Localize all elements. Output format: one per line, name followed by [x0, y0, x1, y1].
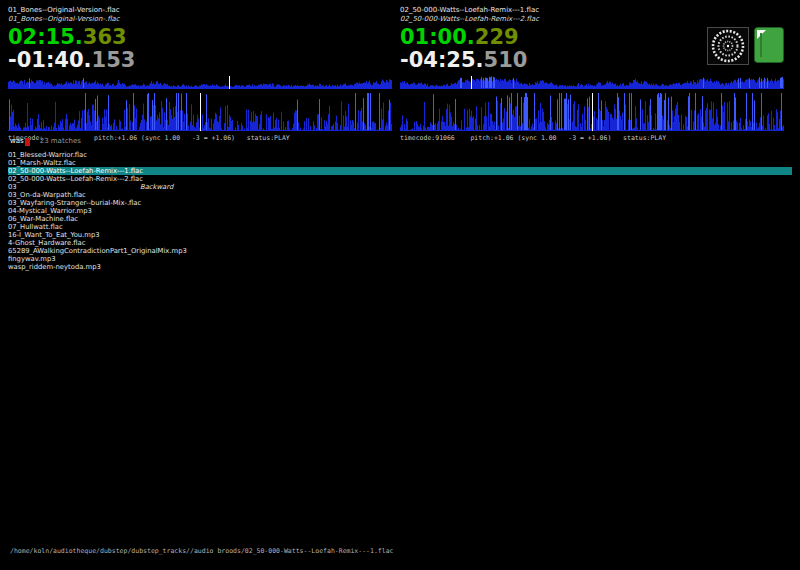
close-waveform: [400, 93, 784, 131]
list-item[interactable]: 16-I_Want_To_Eat_You.mp3: [8, 231, 792, 239]
search-input[interactable]: was: [10, 137, 24, 146]
track-filename: 01_Blessed-Warrior.flac: [8, 151, 140, 159]
elapsed-main: 01:00.: [400, 25, 475, 49]
status-bar-path: /home/koln/audiotheque/dubstep/dubstep_t…: [10, 547, 394, 555]
track-filename: 16-I_Want_To_Eat_You.mp3: [8, 231, 140, 239]
remain-main: -01:40.: [8, 48, 92, 72]
track-filename: 07_Hullwatt.flac: [8, 223, 140, 231]
elapsed-frac: 363: [83, 25, 127, 49]
track-overview-waveform[interactable]: [400, 76, 784, 89]
remain-frac: 510: [484, 48, 528, 72]
list-item[interactable]: 03Backward: [8, 183, 792, 191]
list-item[interactable]: 02_50-000-Watts--Loefah-Remix---2.flac: [8, 175, 792, 183]
track-filename: fingywav.mp3: [8, 255, 140, 263]
deck-left: 01_Bones--Original-Version-.flac 01_Bone…: [8, 6, 392, 143]
green-indicator-icon: [754, 27, 784, 63]
elapsed-frac: 229: [475, 25, 519, 49]
list-item[interactable]: 04-Mystical_Warrior.mp3: [8, 207, 792, 215]
remain-frac: 153: [92, 48, 136, 72]
track-list[interactable]: 01_Blessed-Warrior.flac01_Marsh-Waltz.fl…: [8, 151, 792, 271]
text-cursor-icon: [25, 138, 30, 146]
timecode-scope-icon: [707, 27, 749, 65]
track-title: Backward: [140, 183, 173, 191]
track-filename: 03: [8, 183, 140, 191]
deck-track-artist: 01_Bones--Original-Version-.flac: [8, 15, 392, 24]
track-filename: 03_Wayfaring-Stranger--burial-Mix-.flac: [8, 199, 140, 207]
elapsed-main: 02:15.: [8, 25, 83, 49]
list-item[interactable]: 06_War-Machine.flac: [8, 215, 792, 223]
remain-main: -04:25.: [400, 48, 484, 72]
search-bar[interactable]: was 23 matches: [10, 137, 81, 146]
close-waveform: [8, 93, 392, 131]
track-filename: 4-Ghost_Hardware.flac: [8, 239, 140, 247]
track-overview-waveform[interactable]: [8, 76, 392, 89]
decks-area: 01_Bones--Original-Version-.flac 01_Bone…: [8, 6, 784, 143]
list-item[interactable]: 03_Wayfaring-Stranger--burial-Mix-.flac: [8, 199, 792, 207]
deck-track-name: 02_50-000-Watts--Loefah-Remix---1.flac: [400, 6, 784, 15]
track-filename: 04-Mystical_Warrior.mp3: [8, 207, 140, 215]
elapsed-time: 02:15.363: [8, 26, 392, 49]
list-item[interactable]: 07_Hullwatt.flac: [8, 223, 792, 231]
list-item[interactable]: wasp_riddem-neytoda.mp3: [8, 263, 792, 271]
track-filename: 65289_AWalkingContradictionPart1_Origina…: [8, 247, 140, 255]
track-filename: 02_50-000-Watts--Loefah-Remix---1.flac: [8, 167, 140, 175]
deck-status-line: timecode:91066 pitch:+1.06 (sync 1.00 -3…: [400, 134, 784, 143]
deck-track-artist: 02_50-000-Watts--Loefah-Remix---2.flac: [400, 15, 784, 24]
track-filename: 02_50-000-Watts--Loefah-Remix---2.flac: [8, 175, 140, 183]
corner-icons: [707, 27, 784, 65]
track-filename: 06_War-Machine.flac: [8, 215, 140, 223]
match-count: 23 matches: [40, 137, 81, 146]
list-item[interactable]: 65289_AWalkingContradictionPart1_Origina…: [8, 247, 792, 255]
track-filename: 01_Marsh-Waltz.flac: [8, 159, 140, 167]
list-item[interactable]: 02_50-000-Watts--Loefah-Remix---1.flac: [8, 167, 792, 175]
list-item[interactable]: 03_On-da-Warpath.flac: [8, 191, 792, 199]
list-item[interactable]: 4-Ghost_Hardware.flac: [8, 239, 792, 247]
track-filename: wasp_riddem-neytoda.mp3: [8, 263, 140, 271]
list-item[interactable]: 01_Blessed-Warrior.flac: [8, 151, 792, 159]
remaining-time: -01:40.153: [8, 49, 392, 72]
green-block: [754, 27, 784, 63]
list-item[interactable]: 01_Marsh-Waltz.flac: [8, 159, 792, 167]
track-filename: 03_On-da-Warpath.flac: [8, 191, 140, 199]
scope-rings: [709, 29, 747, 63]
deck-track-name: 01_Bones--Original-Version-.flac: [8, 6, 392, 15]
xwax-window: 01_Bones--Original-Version-.flac 01_Bone…: [0, 0, 800, 570]
list-item[interactable]: fingywav.mp3: [8, 255, 792, 263]
